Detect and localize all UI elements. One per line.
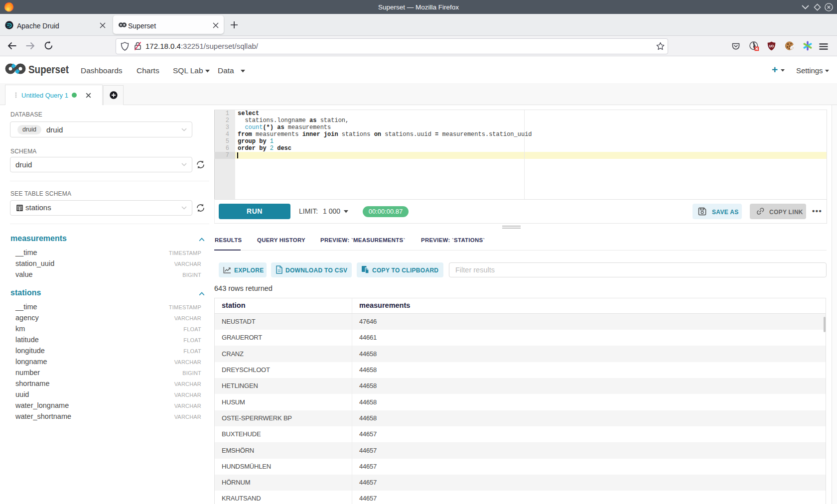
svg-text:UO: UO: [769, 44, 774, 48]
